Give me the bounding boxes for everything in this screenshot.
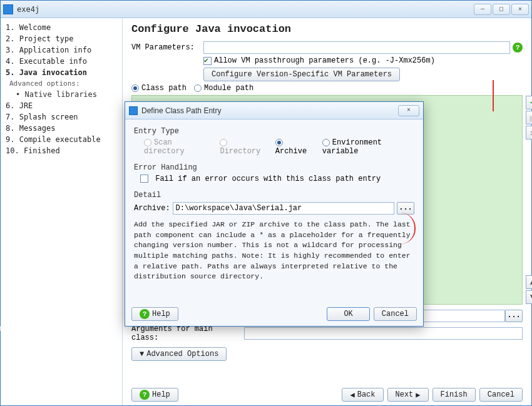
move-up-button[interactable]: ▲: [526, 275, 532, 289]
configure-version-vm-button[interactable]: Configure Version-Specific VM Parameters: [203, 68, 400, 81]
classpath-radio[interactable]: Class path: [131, 84, 187, 93]
archive-description: Add the specified JAR or ZIP archive to …: [134, 215, 414, 282]
titlebar[interactable]: exe4j — □ ✕: [1, 1, 531, 18]
step-messages[interactable]: 8. Messages: [3, 123, 120, 134]
directory-radio: Directory: [220, 138, 266, 156]
arguments-label: Arguments for main class:: [131, 325, 244, 342]
maximize-button[interactable]: □: [493, 4, 510, 15]
delete-entry-button[interactable]: ✕: [526, 126, 532, 140]
scan-directory-radio: Scan directory: [144, 138, 211, 156]
step-welcome[interactable]: 1. Welcome: [3, 22, 120, 33]
next-button[interactable]: Next▶: [387, 388, 429, 402]
vm-parameters-input[interactable]: [203, 41, 510, 54]
step-jre[interactable]: 6. JRE: [3, 100, 120, 111]
edit-entry-button[interactable]: ▤: [526, 111, 532, 124]
dialog-logo-icon: [129, 106, 138, 115]
allow-passthrough-checkbox[interactable]: [203, 57, 212, 65]
page-title: Configure Java invocation: [131, 23, 523, 35]
step-splash-screen[interactable]: 7. Splash screen: [3, 111, 120, 123]
step-compile[interactable]: 9. Compile executable: [3, 134, 120, 145]
help-button[interactable]: ?Help: [131, 388, 178, 402]
dialog-cancel-button[interactable]: Cancel: [374, 307, 417, 321]
browse-main-class-button[interactable]: ...: [505, 310, 523, 322]
annotation-line: [493, 80, 494, 111]
move-down-button[interactable]: ▼: [526, 290, 532, 304]
dialog-title: Define Class Path Entry: [141, 106, 398, 115]
detail-label: Detail: [134, 191, 414, 200]
back-button[interactable]: ◀Back: [342, 388, 383, 402]
dialog-close-button[interactable]: ✕: [398, 105, 419, 116]
help-icon[interactable]: ?: [513, 43, 523, 53]
arguments-input[interactable]: [244, 327, 523, 340]
add-entry-button[interactable]: ＋: [526, 96, 532, 109]
archive-radio[interactable]: Archive: [275, 138, 314, 156]
error-handling-label: Error Handling: [134, 163, 414, 172]
define-classpath-dialog: Define Class Path Entry ✕ Entry Type Sca…: [125, 101, 424, 327]
sidebar-native-libraries[interactable]: Native libraries: [3, 89, 120, 100]
advanced-options-label: Advanced options:: [3, 78, 120, 89]
watermark: exe4j: [0, 324, 2, 380]
environment-variable-radio[interactable]: Environment variable: [322, 138, 414, 156]
minimize-button[interactable]: —: [474, 4, 491, 15]
window-title: exe4j: [17, 5, 474, 14]
vm-parameters-label: VM Parameters:: [131, 43, 203, 52]
step-finished[interactable]: 10. Finished: [3, 145, 120, 156]
advanced-options-button[interactable]: ▼Advanced Options: [131, 347, 227, 361]
fail-on-error-checkbox[interactable]: [140, 175, 148, 183]
step-project-type[interactable]: 2. Project type: [3, 33, 120, 44]
close-button[interactable]: ✕: [511, 4, 529, 15]
step-application-info[interactable]: 3. Application info: [3, 44, 120, 56]
modulepath-radio[interactable]: Module path: [194, 84, 253, 93]
allow-passthrough-label: Allow VM passthrough parameters (e.g. -J…: [214, 56, 435, 65]
dialog-ok-button[interactable]: OK: [327, 307, 369, 321]
dialog-titlebar[interactable]: Define Class Path Entry ✕: [125, 102, 423, 119]
wizard-sidebar: 1. Welcome 2. Project type 3. Applicatio…: [1, 18, 123, 405]
finish-button[interactable]: Finish: [432, 388, 476, 402]
archive-path-input[interactable]: [173, 202, 394, 215]
step-java-invocation[interactable]: 5. Java invocation: [3, 67, 120, 78]
fail-on-error-label: Fail if an error occurs with this class …: [155, 175, 381, 183]
step-executable-info[interactable]: 4. Executable info: [3, 56, 120, 67]
app-logo-icon: [3, 4, 13, 14]
entry-type-label: Entry Type: [134, 127, 414, 136]
cancel-button[interactable]: Cancel: [479, 388, 523, 402]
dialog-help-button[interactable]: ?Help: [131, 307, 178, 321]
archive-label: Archive:: [134, 204, 170, 213]
